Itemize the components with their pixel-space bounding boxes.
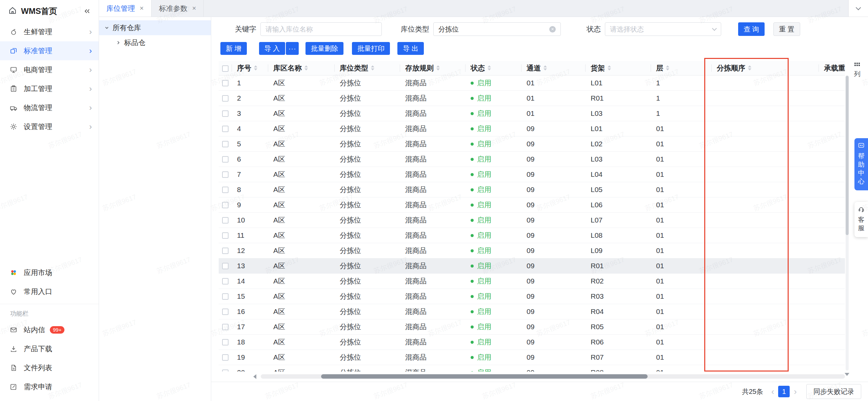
sidebar-item-processing-management[interactable]: 加工管理 ›: [0, 79, 99, 98]
unread-count-badge: 99+: [50, 326, 64, 334]
row-checkbox[interactable]: [222, 95, 229, 102]
sidebar-item-label: 产品下载: [24, 344, 52, 354]
next-page-button[interactable]: ›: [792, 387, 799, 396]
row-checkbox[interactable]: [222, 110, 229, 117]
status-select[interactable]: 请选择状态: [605, 22, 721, 36]
sort-icon[interactable]: [544, 65, 547, 70]
table-row[interactable]: 4A区分拣位混商品启用09L0101: [219, 121, 845, 136]
row-checkbox[interactable]: [222, 324, 229, 330]
sidebar-item-fresh-management[interactable]: 生鲜管理 ›: [0, 22, 99, 41]
add-button[interactable]: 新 增: [220, 42, 247, 55]
sync-failed-records-button[interactable]: 同步失败记录: [806, 384, 861, 399]
row-checkbox[interactable]: [222, 354, 229, 361]
sidebar-item-settings-management[interactable]: 设置管理 ›: [0, 117, 99, 136]
import-button[interactable]: 导 入: [259, 42, 285, 55]
sort-icon[interactable]: [488, 65, 491, 70]
sort-icon[interactable]: [436, 65, 440, 70]
table-row[interactable]: 1A区分拣位混商品启用01L011: [219, 75, 845, 90]
keyword-input[interactable]: [260, 22, 382, 36]
export-button[interactable]: 导 出: [397, 42, 424, 55]
tab-standard-parameters[interactable]: 标准参数 ×: [152, 0, 204, 17]
row-checkbox[interactable]: [222, 263, 229, 269]
column-settings-button[interactable]: 列: [850, 62, 864, 79]
vertical-scrollbar-thumb[interactable]: [846, 76, 849, 235]
sidebar-item-standard-management[interactable]: 标准管理 ›: [0, 41, 99, 60]
table-row[interactable]: 18A区分拣位混商品启用09R0601: [219, 334, 845, 350]
sidebar-item-request-application[interactable]: 需求申请: [0, 377, 99, 396]
caret-down-icon[interactable]: [103, 25, 111, 30]
sort-icon[interactable]: [371, 65, 374, 70]
table-row[interactable]: 16A区分拣位混商品启用09R0401: [219, 304, 845, 319]
sidebar-item-logistics-management[interactable]: 物流管理 ›: [0, 98, 99, 117]
table-row[interactable]: 12A区分拣位混商品启用09L0901: [219, 243, 845, 258]
row-checkbox[interactable]: [222, 217, 229, 224]
row-checkbox[interactable]: [222, 187, 229, 193]
caret-right-icon[interactable]: [115, 40, 122, 45]
row-checkbox[interactable]: [222, 141, 229, 147]
tab-list-dropdown-button[interactable]: [848, 0, 868, 17]
sort-icon[interactable]: [748, 65, 751, 70]
clear-icon[interactable]: ×: [549, 26, 556, 33]
table-row[interactable]: 2A区分拣位混商品启用01R011: [219, 90, 845, 106]
vertical-scrollbar[interactable]: [846, 75, 849, 371]
scroll-left-arrow-icon[interactable]: [253, 374, 256, 379]
row-checkbox[interactable]: [222, 80, 229, 86]
reset-button[interactable]: 重 置: [773, 22, 801, 36]
location-type-field[interactable]: ×: [433, 22, 561, 36]
close-tab-icon[interactable]: ×: [192, 4, 196, 12]
tree-node-all-warehouses[interactable]: 所有仓库: [99, 20, 211, 35]
table-row[interactable]: 6A区分拣位混商品启用09L0301: [219, 151, 845, 167]
scroll-down-arrow-icon[interactable]: [845, 373, 849, 376]
row-checkbox[interactable]: [222, 126, 229, 132]
more-actions-button[interactable]: ···: [286, 42, 299, 55]
table-row[interactable]: 13A区分拣位混商品启用09R0101: [219, 258, 845, 273]
table-row[interactable]: 3A区分拣位混商品启用01L031: [219, 106, 845, 121]
table-row[interactable]: 7A区分拣位混商品启用09L0401: [219, 167, 845, 182]
table-row[interactable]: 15A区分拣位混商品启用09R0301: [219, 289, 845, 304]
sort-icon[interactable]: [608, 65, 611, 70]
table-row[interactable]: 10A区分拣位混商品启用09L0701: [219, 212, 845, 228]
sidebar-item-favorites[interactable]: 常用入口: [0, 282, 99, 301]
row-checkbox[interactable]: [222, 171, 229, 178]
sidebar-item-inbox[interactable]: 站内信 99+: [0, 320, 99, 339]
search-button[interactable]: 查 询: [738, 22, 765, 36]
sort-icon[interactable]: [304, 65, 308, 70]
table-row[interactable]: 9A区分拣位混商品启用09L0601: [219, 197, 845, 212]
row-checkbox[interactable]: [222, 202, 229, 208]
tab-location-management[interactable]: 库位管理 ×: [99, 0, 152, 17]
table-row[interactable]: 11A区分拣位混商品启用09L0801: [219, 228, 845, 243]
sort-icon[interactable]: [254, 65, 257, 70]
select-all-checkbox[interactable]: [222, 65, 229, 72]
table-row[interactable]: 14A区分拣位混商品启用09R0201: [219, 273, 845, 289]
batch-delete-button[interactable]: 批量删除: [305, 42, 343, 55]
page-number-button[interactable]: 1: [778, 386, 790, 397]
table-row[interactable]: 20A区分拣位混商品启用09R0801: [219, 365, 845, 372]
collapse-sidebar-icon[interactable]: [83, 7, 91, 15]
row-checkbox[interactable]: [222, 248, 229, 254]
table-row[interactable]: 19A区分拣位混商品启用09R0701: [219, 350, 845, 365]
tree-node-standard-warehouse[interactable]: 标品仓: [99, 35, 211, 50]
batch-print-button[interactable]: 批量打印: [352, 42, 390, 55]
customer-service-button[interactable]: 客服: [854, 202, 868, 237]
prev-page-button[interactable]: ‹: [769, 387, 776, 396]
row-checkbox[interactable]: [222, 156, 229, 163]
horizontal-scrollbar[interactable]: [261, 374, 845, 379]
sidebar-item-file-list[interactable]: 文件列表: [0, 358, 99, 377]
row-checkbox[interactable]: [222, 232, 229, 239]
close-tab-icon[interactable]: ×: [140, 4, 144, 12]
location-type-input[interactable]: [438, 25, 549, 33]
table-row[interactable]: 8A区分拣位混商品启用09L0501: [219, 182, 845, 197]
row-checkbox[interactable]: [222, 339, 229, 345]
row-checkbox[interactable]: [222, 293, 229, 300]
sidebar-item-product-download[interactable]: 产品下载: [0, 339, 99, 358]
row-checkbox[interactable]: [222, 370, 229, 372]
row-checkbox[interactable]: [222, 309, 229, 315]
horizontal-scrollbar-thumb[interactable]: [321, 374, 648, 379]
row-checkbox[interactable]: [222, 278, 229, 284]
table-row[interactable]: 5A区分拣位混商品启用09L0201: [219, 136, 845, 151]
sort-icon[interactable]: [666, 65, 669, 70]
help-center-button[interactable]: 帮助中心: [854, 138, 868, 190]
table-row[interactable]: 17A区分拣位混商品启用09R0501: [219, 319, 845, 334]
sidebar-item-app-market[interactable]: 应用市场: [0, 263, 99, 282]
sidebar-item-ecommerce-management[interactable]: 电商管理 ›: [0, 60, 99, 79]
